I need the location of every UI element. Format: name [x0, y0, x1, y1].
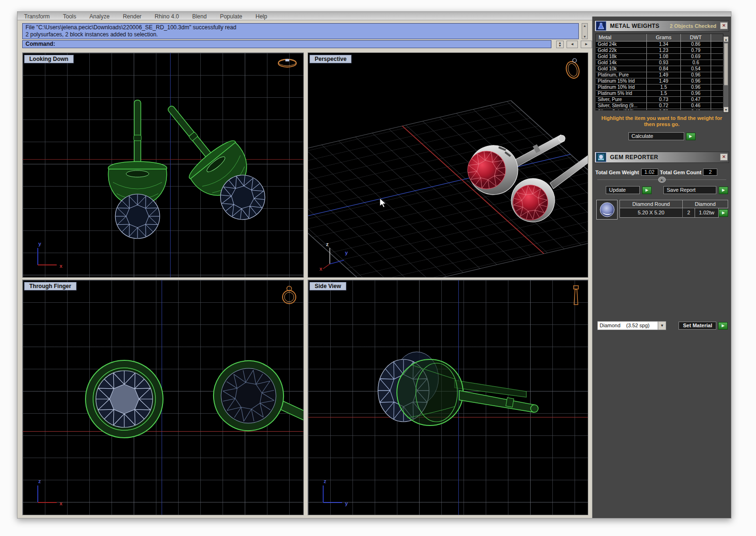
- calculate-button[interactable]: Calculate: [628, 132, 684, 140]
- set-material-button[interactable]: Set Material: [679, 322, 716, 330]
- metal-grams-cell: 0.72: [647, 109, 681, 111]
- column-header-metal[interactable]: Metal: [596, 34, 647, 41]
- total-gem-weight-label: Total Gem Weight: [595, 170, 639, 175]
- metal-weights-close-button[interactable]: ✕: [720, 22, 728, 29]
- viewport-side-view[interactable]: Side View: [308, 280, 588, 515]
- command-scroll-right-button[interactable]: ►: [581, 41, 592, 48]
- metal-weights-title: METAL WEIGHTS: [607, 23, 660, 29]
- viewport-label-perspective[interactable]: Perspective: [309, 55, 352, 63]
- side-view-canvas[interactable]: [308, 280, 588, 515]
- menu-item-tools[interactable]: Tools: [56, 13, 83, 20]
- metal-extra-cell: [711, 109, 723, 111]
- stud-earring-object[interactable]: [147, 89, 280, 233]
- axis-right-label: y: [345, 501, 348, 506]
- column-header-dwt[interactable]: DWT: [681, 34, 711, 41]
- command-history-line: File "C:\Users\jelena.pecic\Downloads\22…: [26, 24, 576, 31]
- command-history[interactable]: File "C:\Users\jelena.pecic\Downloads\22…: [22, 23, 579, 39]
- view-orientation-ring-icon: [569, 284, 583, 308]
- gem-count-value: 2: [683, 208, 695, 218]
- stud-earring-object[interactable]: [207, 346, 304, 451]
- metal-row[interactable]: Gold 10k0.840.54: [596, 66, 723, 72]
- metal-grams-cell: 1.23: [647, 48, 681, 53]
- metal-extra-cell: [711, 66, 723, 72]
- metal-extra-cell: [711, 97, 723, 102]
- menu-item-render[interactable]: Render: [116, 13, 148, 20]
- menu-item-transform[interactable]: Transform: [17, 13, 56, 20]
- update-button[interactable]: Update: [606, 186, 640, 194]
- gem-material-header: Diamond: [683, 200, 728, 208]
- metal-grams-cell: 1.49: [647, 78, 681, 84]
- stud-earring-object[interactable]: [378, 352, 538, 425]
- stud-earring-object[interactable]: [108, 100, 167, 238]
- metal-row[interactable]: Gold 18k1.080.69: [596, 54, 723, 60]
- axis-up-label: y: [38, 241, 41, 247]
- command-prompt[interactable]: Command:: [22, 40, 551, 48]
- viewport-looking-down[interactable]: Looking Down y x: [22, 52, 304, 278]
- metal-dwt-cell: 0.86: [681, 42, 711, 47]
- menu-item-help[interactable]: Help: [249, 13, 274, 20]
- perspective-canvas[interactable]: [308, 53, 588, 278]
- metal-weights-flask-icon: [596, 21, 606, 31]
- scrollbar-thumb[interactable]: [724, 43, 728, 85]
- metal-row[interactable]: Gold 22k1.230.79: [596, 48, 723, 54]
- metal-row[interactable]: Gold 24k1.340.86: [596, 42, 723, 48]
- command-history-spinner[interactable]: ▲▼: [556, 41, 564, 48]
- axis-indicator: z y x: [319, 242, 348, 270]
- metal-row[interactable]: Gold 14k0.930.6: [596, 60, 723, 66]
- viewport-through-finger[interactable]: Through Finger: [22, 280, 304, 515]
- menu-item-populate[interactable]: Populate: [213, 13, 249, 20]
- gem-info-table: Diamond Round Diamond 5.20 X 5.20 2 1.02…: [619, 200, 728, 220]
- material-dropdown[interactable]: Diamond (3.52 spg) ▼: [597, 321, 666, 330]
- material-dropdown-value: Diamond (3.52 spg): [598, 322, 658, 330]
- metal-grams-cell: 0.73: [647, 97, 681, 102]
- set-material-go-button[interactable]: ▶: [718, 322, 728, 330]
- command-history-scrollbar[interactable]: ▲ ▼: [582, 23, 588, 39]
- save-report-go-button[interactable]: ▶: [719, 187, 728, 194]
- metal-row[interactable]: Platinum 5% Irid1.50.96: [596, 91, 723, 97]
- menu-item-blend[interactable]: Blend: [186, 13, 214, 20]
- metal-row[interactable]: Silver, Pure0.730.47: [596, 97, 723, 103]
- axis-right-label: x: [60, 263, 62, 269]
- gem-reporter-close-button[interactable]: ✕: [720, 153, 728, 161]
- metal-extra-cell: [711, 54, 723, 60]
- metal-grams-cell: 1.34: [647, 42, 681, 47]
- metal-table-scrollbar[interactable]: ▲ ▼: [723, 36, 729, 113]
- metal-row[interactable]: Silver, Sterling (9...0.720.46: [596, 103, 723, 109]
- metal-name-cell: Platinum 15% Irid: [596, 78, 647, 84]
- axis-indicator: y x: [34, 242, 62, 270]
- metal-extra-cell: [711, 60, 723, 66]
- update-go-button[interactable]: ▶: [642, 187, 652, 194]
- gem-detail-go-button[interactable]: ▶: [719, 209, 728, 217]
- stud-earring-object[interactable]: [86, 360, 163, 438]
- looking-down-canvas[interactable]: [23, 53, 304, 278]
- screen: TransformToolsAnalyzeRenderRhino 4.0Blen…: [0, 0, 756, 536]
- viewport-perspective[interactable]: Perspective: [308, 52, 588, 278]
- gem-list-item[interactable]: Diamond Round Diamond 5.20 X 5.20 2 1.02…: [596, 200, 728, 220]
- calculate-go-button[interactable]: ▶: [686, 133, 696, 140]
- menu-item-rhino-4-0[interactable]: Rhino 4.0: [148, 13, 185, 20]
- metal-extra-cell: [711, 85, 723, 90]
- metal-row[interactable]: Platinum 15% Irid1.490.96: [596, 78, 723, 85]
- metal-grams-cell: 0.93: [647, 60, 681, 66]
- viewport-label-through-finger[interactable]: Through Finger: [24, 282, 77, 290]
- viewport-label-side-view[interactable]: Side View: [309, 282, 346, 290]
- command-history-line: 2 polysurfaces, 2 block instances added …: [26, 31, 576, 38]
- through-finger-canvas[interactable]: [23, 280, 304, 515]
- column-header-grams[interactable]: Grams: [647, 34, 681, 41]
- command-scroll-left-button[interactable]: ◄: [567, 41, 578, 48]
- metal-name-cell: Gold 18k: [596, 54, 647, 60]
- viewport-label-looking-down[interactable]: Looking Down: [24, 55, 74, 63]
- gem-totals-row: Total Gem Weight 1.02 Total Gem Count 2: [595, 169, 728, 176]
- metal-row[interactable]: Platinum 10% Irid1.50.96: [596, 85, 723, 91]
- menu-item-analyze[interactable]: Analyze: [83, 13, 116, 20]
- save-report-button[interactable]: Save Report: [663, 186, 716, 194]
- metal-table-body: Gold 24k1.340.86Gold 22k1.230.79Gold 18k…: [596, 42, 723, 111]
- metal-row[interactable]: Platinum, Pure1.490.96: [596, 72, 723, 78]
- scroll-down-icon: ▼: [723, 107, 729, 112]
- dropdown-arrow-icon[interactable]: ▼: [658, 322, 666, 330]
- collapse-handle[interactable]: ▲: [658, 177, 666, 183]
- metal-dwt-cell: 0.47: [681, 97, 711, 102]
- metal-row[interactable]: Silver, Coin (900)0.720.46: [596, 109, 723, 111]
- metal-extra-cell: [711, 72, 723, 78]
- metal-weights-header: METAL WEIGHTS 2 Objects Checked ✕: [594, 20, 729, 32]
